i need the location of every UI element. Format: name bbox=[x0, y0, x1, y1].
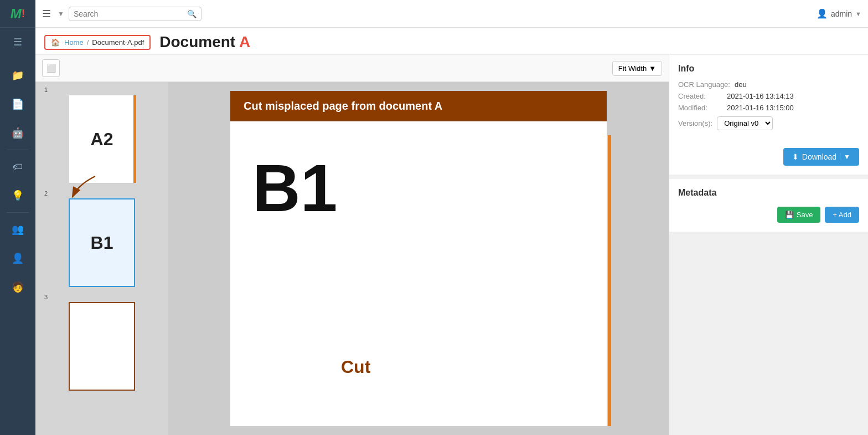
main-area: ☰ ▼ 🔍 👤 admin ▼ 🏠 Home / Document-A.pdf … bbox=[35, 0, 868, 435]
right-orange-bar bbox=[608, 135, 611, 426]
viewer-toolbar: ⬜ Fit Width ▼ bbox=[35, 55, 669, 82]
thumb-item-1: 1 A2 bbox=[40, 86, 164, 183]
download-label: Download bbox=[802, 152, 836, 161]
ocr-value: deu bbox=[735, 80, 747, 89]
right-panel: Info OCR Language: deu Created: 2021-01-… bbox=[669, 55, 868, 435]
thumb-item-3: 3 ⬇ Download bbox=[40, 294, 164, 391]
robot-icon[interactable]: 🤖 bbox=[0, 120, 35, 146]
save-icon: 💾 bbox=[785, 211, 794, 219]
metadata-section: Metadata 💾 Save + Add bbox=[669, 179, 868, 232]
main-page-view: Cut misplaced page from document A B1 Cu… bbox=[168, 82, 669, 435]
arrow-annotation bbox=[62, 173, 128, 201]
download-caret-icon[interactable]: ▼ bbox=[840, 153, 850, 161]
thumb-number-3: 3 bbox=[40, 294, 48, 300]
versions-label: Version(s): bbox=[678, 119, 712, 127]
user-label: admin bbox=[831, 9, 852, 18]
cut-label: Cut bbox=[341, 357, 370, 377]
fit-width-caret-icon: ▼ bbox=[649, 64, 656, 73]
page-big-text: B1 bbox=[230, 144, 607, 232]
created-label: Created: bbox=[678, 92, 722, 100]
app-logo: M! bbox=[0, 0, 35, 28]
modified-label: Modified: bbox=[678, 104, 722, 112]
page-banner: Cut misplaced page from document A bbox=[230, 91, 607, 121]
sidebar: M! ☰ 📁 📄 🤖 🏷 💡 👥 👤 🧑 bbox=[0, 0, 35, 435]
breadcrumb-separator: / bbox=[87, 38, 89, 47]
search-wrapper: 🔍 bbox=[69, 7, 202, 21]
menu-icon[interactable]: ☰ bbox=[42, 8, 51, 20]
save-button[interactable]: 💾 Save bbox=[777, 207, 821, 223]
search-input[interactable] bbox=[74, 9, 187, 18]
document-icon[interactable]: 📄 bbox=[0, 91, 35, 117]
add-button[interactable]: + Add bbox=[825, 207, 859, 223]
orange-bar-1 bbox=[133, 95, 136, 183]
dropdown-arrow-icon[interactable]: ▼ bbox=[58, 10, 64, 18]
meta-actions: 💾 Save + Add bbox=[678, 207, 859, 223]
modified-row: Modified: 2021-01-16 13:15:00 bbox=[678, 104, 859, 112]
viewer-body: 1 A2 2 bbox=[35, 82, 669, 435]
doc-content: ⬜ Fit Width ▼ 1 A2 bbox=[35, 55, 868, 435]
tag-icon[interactable]: 🏷 bbox=[0, 153, 35, 180]
thumb-item-2: 2 B1 bbox=[40, 190, 164, 287]
thumb-page-1[interactable]: A2 bbox=[69, 95, 135, 183]
user-caret-icon: ▼ bbox=[855, 11, 861, 17]
home-icon: 🏠 bbox=[51, 38, 60, 47]
add-label: + Add bbox=[833, 211, 851, 219]
ocr-row: OCR Language: deu bbox=[678, 80, 859, 89]
thumb-page-3[interactable] bbox=[69, 302, 135, 391]
breadcrumb-current: Document-A.pdf bbox=[92, 38, 144, 47]
modified-value: 2021-01-16 13:15:00 bbox=[727, 104, 794, 112]
bulb-icon[interactable]: 💡 bbox=[0, 182, 35, 209]
page-content: Cut misplaced page from document A B1 Cu… bbox=[230, 91, 607, 426]
breadcrumb: 🏠 Home / Document-A.pdf bbox=[44, 35, 151, 50]
version-select[interactable]: Original v0 bbox=[717, 116, 773, 130]
page-header: 🏠 Home / Document-A.pdf Document A bbox=[35, 28, 868, 55]
breadcrumb-home-link[interactable]: Home bbox=[64, 38, 84, 47]
download-button[interactable]: ⬇ Download ▼ bbox=[783, 148, 859, 166]
group-icon[interactable]: 👤 bbox=[0, 245, 35, 272]
users-icon[interactable]: 👥 bbox=[0, 216, 35, 243]
thumb-number-2: 2 bbox=[40, 190, 48, 197]
search-icon: 🔍 bbox=[187, 9, 197, 18]
info-title: Info bbox=[678, 64, 859, 74]
download-icon: ⬇ bbox=[792, 152, 799, 161]
thumb-page-2[interactable]: B1 bbox=[69, 198, 135, 287]
user-icon: 👤 bbox=[817, 8, 828, 19]
created-row: Created: 2021-01-16 13:14:13 bbox=[678, 92, 859, 100]
save-label: Save bbox=[797, 211, 813, 219]
versions-row: Version(s): Original v0 bbox=[678, 116, 859, 130]
thumbnail-toggle-button[interactable]: ⬜ bbox=[42, 59, 60, 77]
ocr-label: OCR Language: bbox=[678, 80, 730, 89]
created-value: 2021-01-16 13:14:13 bbox=[727, 92, 794, 100]
page-title: Document A bbox=[159, 33, 250, 51]
viewer-panel: ⬜ Fit Width ▼ 1 A2 bbox=[35, 55, 669, 435]
thumbnails-panel: 1 A2 2 bbox=[35, 82, 168, 435]
topbar: ☰ ▼ 🔍 👤 admin ▼ bbox=[35, 0, 868, 28]
person-icon[interactable]: 🧑 bbox=[0, 274, 35, 300]
hamburger-icon[interactable]: ☰ bbox=[0, 29, 35, 55]
fit-width-button[interactable]: Fit Width ▼ bbox=[612, 61, 662, 76]
user-badge[interactable]: 👤 admin ▼ bbox=[817, 8, 861, 19]
metadata-title: Metadata bbox=[678, 188, 859, 198]
info-section: Info OCR Language: deu Created: 2021-01-… bbox=[669, 55, 868, 179]
thumb-number-1: 1 bbox=[40, 86, 48, 93]
folder-icon[interactable]: 📁 bbox=[0, 62, 35, 89]
